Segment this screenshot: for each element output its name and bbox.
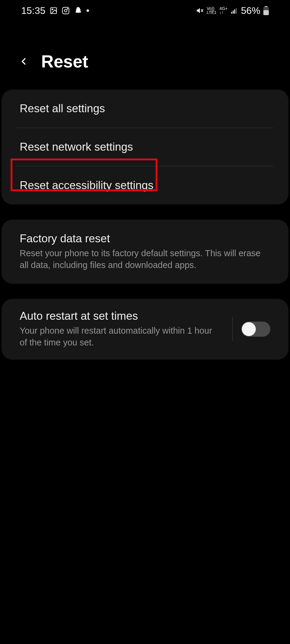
network-type: 4G+↓↑ <box>219 7 228 14</box>
reset-all-settings-item[interactable]: Reset all settings <box>2 90 288 128</box>
svg-rect-6 <box>233 11 234 14</box>
signal-icon <box>231 7 238 14</box>
svg-point-4 <box>67 8 68 9</box>
reset-accessibility-settings-item[interactable]: Reset accessibility settings <box>2 166 288 204</box>
list-item-label: Factory data reset <box>20 232 270 245</box>
list-item-label: Reset network settings <box>20 141 270 153</box>
svg-rect-5 <box>231 12 232 14</box>
reset-network-settings-item[interactable]: Reset network settings <box>2 128 288 166</box>
svg-point-1 <box>52 9 53 10</box>
list-item-description: Your phone will restart automatically wi… <box>20 325 215 348</box>
mute-icon <box>196 7 204 15</box>
svg-rect-9 <box>265 6 268 7</box>
status-time: 15:35 <box>21 5 45 16</box>
svg-point-3 <box>64 9 67 12</box>
battery-icon <box>263 6 269 15</box>
gallery-icon <box>50 7 58 15</box>
auto-restart-section: Auto restart at set times Your phone wil… <box>2 299 288 359</box>
toggle-separator <box>232 317 233 341</box>
list-item-label: Reset all settings <box>20 102 270 115</box>
snapchat-icon <box>74 6 82 15</box>
more-indicator-icon <box>87 9 89 12</box>
status-bar: 15:35 Vo))LTE1 4G+↓↑ 56% <box>0 0 290 21</box>
svg-rect-11 <box>263 10 269 15</box>
page-title: Reset <box>41 51 88 71</box>
list-item-label: Auto restart at set times <box>20 310 215 322</box>
instagram-icon <box>62 7 70 15</box>
factory-reset-section: Factory data reset Reset your phone to i… <box>2 220 288 284</box>
auto-restart-toggle[interactable] <box>241 322 270 337</box>
volte-indicator: Vo))LTE1 <box>207 7 216 14</box>
battery-percentage: 56% <box>241 5 260 16</box>
auto-restart-item[interactable]: Auto restart at set times Your phone wil… <box>2 299 288 359</box>
factory-data-reset-item[interactable]: Factory data reset Reset your phone to i… <box>2 220 288 284</box>
svg-rect-8 <box>236 8 237 14</box>
svg-rect-2 <box>62 7 69 14</box>
status-left: 15:35 <box>21 5 89 16</box>
list-item-label: Reset accessibility settings <box>20 179 270 192</box>
reset-options-section: Reset all settings Reset network setting… <box>2 90 288 204</box>
toggle-content: Auto restart at set times Your phone wil… <box>20 310 224 348</box>
toggle-knob <box>242 322 256 336</box>
page-header: Reset <box>0 21 290 90</box>
list-item-description: Reset your phone to its factory default … <box>20 247 270 271</box>
svg-rect-7 <box>234 9 235 14</box>
status-right: Vo))LTE1 4G+↓↑ 56% <box>196 5 269 16</box>
back-icon[interactable] <box>18 56 29 67</box>
